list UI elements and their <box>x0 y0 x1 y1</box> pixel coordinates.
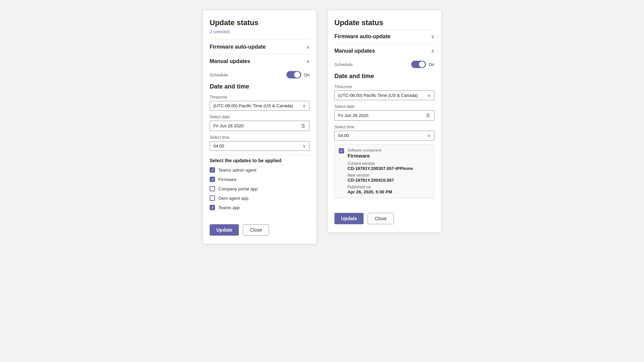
firmware-section-header[interactable]: Firmware auto-update ∨ <box>210 40 310 54</box>
software-component-box: Software component Firmware Current vers… <box>334 144 434 198</box>
right-toggle-on-label: On <box>429 62 434 67</box>
right-button-row: Update Close <box>334 213 434 224</box>
checkbox-label-4: Teams app <box>218 205 240 210</box>
right-timezone-chevron-icon: ∨ <box>427 93 431 98</box>
toggle-on-label: On <box>304 72 310 77</box>
checkbox-0[interactable] <box>210 167 215 173</box>
date-value: Fri Jun 26 2020 <box>213 123 301 128</box>
checkbox-row: Company portal app <box>210 186 310 191</box>
checkbox-row: Oem agent app <box>210 195 310 201</box>
time-chevron-icon: ∨ <box>303 143 306 148</box>
right-time-value: 04:00 <box>338 133 427 138</box>
timezone-value: (UTC-08:00) Pacific Time (US & Canada) <box>213 103 303 108</box>
current-version-label: Current version <box>347 161 413 166</box>
manual-chevron-icon: ∧ <box>306 59 310 64</box>
update-button[interactable]: Update <box>210 224 239 236</box>
date-input[interactable]: Fri Jun 26 2020 🗓 <box>210 121 310 131</box>
checkbox-1[interactable] <box>210 177 215 182</box>
right-date-input[interactable]: Fri Jun 26 2020 🗓 <box>334 110 434 121</box>
new-version-value: CD-18781Y.200410.067 <box>347 178 413 183</box>
right-date-value: Fri Jun 26 2020 <box>338 113 426 118</box>
checkbox-label-3: Oem agent app <box>218 196 249 201</box>
schedule-label: Schedule <box>210 72 228 77</box>
sw-checkbox-row: Software component Firmware Current vers… <box>339 148 430 194</box>
right-manual-section-header[interactable]: Manual updates ∧ <box>334 44 434 58</box>
schedule-row: Schedule On <box>210 71 310 78</box>
timezone-select[interactable]: (UTC-08:00) Pacific Time (US & Canada) ∨ <box>210 101 310 111</box>
firmware-checkbox[interactable] <box>339 148 344 154</box>
manual-section-header[interactable]: Manual updates ∧ <box>210 54 310 68</box>
schedule-toggle[interactable] <box>286 71 301 78</box>
select-date-label: Select date <box>210 115 310 119</box>
checkbox-label-2: Company portal app <box>218 186 258 191</box>
manual-section-body: Schedule On Date and time Timezone (UTC-… <box>210 68 310 218</box>
right-firmware-chevron-icon: ∨ <box>431 34 434 39</box>
sw-component-name: Firmware <box>347 153 413 159</box>
close-button[interactable]: Close <box>243 224 269 236</box>
checkbox-row: Teams admin agent <box>210 167 310 173</box>
time-value: 04:00 <box>213 143 303 148</box>
right-schedule-row: Schedule On <box>334 61 434 68</box>
divider <box>210 155 310 155</box>
sw-component-info: Software component Firmware Current vers… <box>347 148 413 194</box>
left-panel: Update status 2 selected. Firmware auto-… <box>203 10 317 244</box>
checkbox-row: Teams app <box>210 205 310 210</box>
checkbox-label-0: Teams admin agent <box>218 168 256 173</box>
firmware-section-title: Firmware auto-update <box>210 44 266 50</box>
right-update-button[interactable]: Update <box>334 213 364 224</box>
right-time-chevron-icon: ∨ <box>427 133 431 138</box>
right-time-select[interactable]: 04:00 ∨ <box>334 131 434 140</box>
right-schedule-toggle[interactable] <box>411 61 426 68</box>
left-panel-title: Update status <box>210 18 310 27</box>
right-timezone-value: (UTC-08:00) Pacific Time (US & Canada) <box>338 93 427 98</box>
checkbox-2[interactable] <box>210 186 215 191</box>
right-manual-chevron-icon: ∧ <box>431 48 434 54</box>
new-version-label: New version <box>347 173 413 178</box>
right-timezone-select[interactable]: (UTC-08:00) Pacific Time (US & Canada) ∨ <box>334 90 434 100</box>
sw-component-label: Software component <box>347 148 413 152</box>
right-firmware-section-title: Firmware auto-update <box>334 34 390 40</box>
right-firmware-section-header[interactable]: Firmware auto-update ∨ <box>334 29 434 44</box>
timezone-label: Timezone <box>210 95 310 100</box>
manual-section-title: Manual updates <box>210 58 250 64</box>
time-select[interactable]: 04:00 ∨ <box>210 141 310 151</box>
updates-title: Select the updates to be applied <box>210 158 310 163</box>
firmware-chevron-icon: ∨ <box>306 44 310 50</box>
right-schedule-label: Schedule <box>334 62 353 67</box>
right-close-button[interactable]: Close <box>368 213 394 224</box>
select-time-label: Select time <box>210 135 310 140</box>
checkboxes-container: Teams admin agentFirmwareCompany portal … <box>210 167 310 210</box>
selected-count: 2 selected. <box>210 29 310 34</box>
checkbox-row: Firmware <box>210 177 310 182</box>
right-panel-title: Update status <box>334 18 434 27</box>
right-toggle-group: On <box>411 61 434 68</box>
toggle-group: On <box>286 71 310 78</box>
right-calendar-icon: 🗓 <box>426 113 431 118</box>
right-manual-section-body: Schedule On Date and time Timezone (UTC-… <box>334 58 434 207</box>
current-version-value: CD-18781Y.200307.057-IPPhone <box>347 166 413 171</box>
button-row: Update Close <box>210 224 310 236</box>
published-on-label: Published on <box>347 185 413 189</box>
date-time-title: Date and time <box>210 83 310 90</box>
right-select-time-label: Select time <box>334 125 434 129</box>
right-date-time-title: Date and time <box>334 73 434 80</box>
calendar-icon: 🗓 <box>301 123 306 129</box>
right-select-date-label: Select date <box>334 104 434 109</box>
checkbox-3[interactable] <box>210 195 215 201</box>
checkbox-label-1: Firmware <box>218 177 236 182</box>
published-on-value: Apr 26, 2020, 5:00 PM <box>347 189 413 194</box>
timezone-chevron-icon: ∨ <box>303 103 306 108</box>
checkbox-4[interactable] <box>210 205 215 210</box>
right-manual-section-title: Manual updates <box>334 48 375 54</box>
right-panel: Update status Firmware auto-update ∨ Man… <box>327 10 441 233</box>
right-timezone-label: Timezone <box>334 84 434 89</box>
